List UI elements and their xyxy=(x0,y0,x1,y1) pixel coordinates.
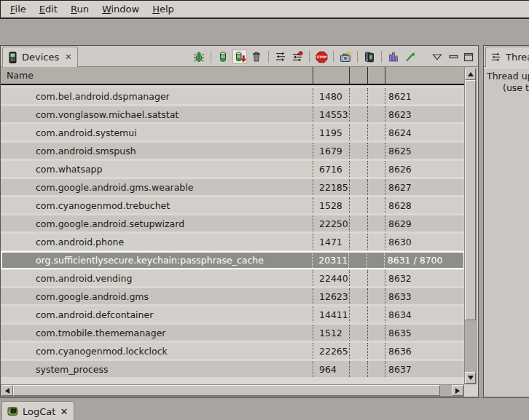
process-pid: 12623 xyxy=(313,288,349,304)
process-port: 8631 / 8700 xyxy=(384,253,463,268)
process-name: com.google.android.gms xyxy=(1,288,313,304)
maximize-icon[interactable] xyxy=(462,50,475,63)
column-header-pid[interactable] xyxy=(313,67,349,84)
process-pid: 22265 xyxy=(313,343,349,359)
table-row[interactable]: com.vonglasow.michael.satstat 14553 8623 xyxy=(1,106,465,122)
menu-run[interactable]: Run xyxy=(64,1,95,17)
logcat-view-strip: LogCat ✕ xyxy=(0,397,529,420)
cause-gc-trash-icon[interactable] xyxy=(249,49,264,64)
process-cell4 xyxy=(367,143,385,159)
table-row[interactable]: com.google.android.setupwizard 22250 862… xyxy=(1,215,465,231)
process-name: com.google.android.setupwizard xyxy=(1,215,313,231)
table-row[interactable]: com.whatsapp 6716 8626 xyxy=(1,161,465,177)
threads-view: Threads Thread updates not enabled for s… xyxy=(483,45,529,397)
scroll-up-button[interactable] xyxy=(465,68,476,80)
tab-threads[interactable]: Threads xyxy=(485,47,529,67)
process-cell4 xyxy=(367,88,385,104)
devices-view: Devices ✕ xyxy=(0,45,479,397)
process-pid: 22440 xyxy=(313,270,349,286)
column-header-4[interactable] xyxy=(367,67,385,84)
process-port: 8626 xyxy=(385,161,465,177)
tab-logcat-close-icon[interactable]: ✕ xyxy=(60,406,68,417)
process-port: 8623 xyxy=(385,106,465,122)
process-pid: 6716 xyxy=(313,161,349,177)
multi-device-icon[interactable] xyxy=(362,49,377,64)
table-row[interactable]: com.android.defcontainer 14411 8634 xyxy=(1,306,465,322)
menu-help[interactable]: Help xyxy=(146,1,181,17)
process-pid: 22250 xyxy=(313,215,349,231)
process-port: 8624 xyxy=(385,124,465,140)
table-row[interactable]: org.sufficientlysecure.keychain:passphra… xyxy=(1,251,465,269)
process-cell3 xyxy=(349,179,367,195)
process-cell3 xyxy=(349,361,367,377)
tab-logcat[interactable]: LogCat ✕ xyxy=(1,401,74,420)
process-cell3 xyxy=(349,88,367,104)
menu-file[interactable]: File xyxy=(4,1,33,17)
tab-logcat-label: LogCat xyxy=(23,406,55,417)
process-name: com.android.systemui xyxy=(1,124,313,140)
process-cell4 xyxy=(367,270,385,286)
process-port: 8635 xyxy=(385,325,465,341)
view-bars-icon[interactable] xyxy=(386,49,401,64)
tab-devices[interactable]: Devices ✕ xyxy=(2,47,78,67)
menu-bar: File Edit Run Window Help xyxy=(0,0,529,19)
table-row[interactable]: com.android.vending 22440 8632 xyxy=(1,270,465,286)
table-row[interactable]: com.cyanogenmod.lockclock 22265 8636 xyxy=(1,343,465,359)
vertical-scrollbar-thumb[interactable] xyxy=(465,80,476,320)
column-header-port[interactable] xyxy=(385,67,465,84)
systrace-icon[interactable] xyxy=(403,49,418,64)
screen-capture-icon[interactable] xyxy=(338,49,353,64)
process-name: com.bel.android.dspmanager xyxy=(1,88,313,104)
column-header-3[interactable] xyxy=(349,67,367,84)
update-threads-icon[interactable] xyxy=(273,49,288,64)
table-row[interactable]: com.android.smspush 1679 8625 xyxy=(1,143,465,159)
svg-text:STOP: STOP xyxy=(316,55,326,59)
table-row[interactable]: com.google.android.gms.wearable 22185 86… xyxy=(1,179,465,195)
process-name: com.android.smspush xyxy=(1,143,313,159)
scroll-left-button[interactable] xyxy=(1,385,13,396)
scroll-right-button[interactable] xyxy=(452,385,463,396)
menu-edit[interactable]: Edit xyxy=(33,1,64,17)
vertical-scrollbar[interactable] xyxy=(464,68,477,384)
process-cell4 xyxy=(367,197,385,213)
table-row[interactable]: com.android.systemui 1195 8624 xyxy=(1,124,465,140)
table-row[interactable]: system_process 964 8637 xyxy=(1,361,465,377)
method-profiling-icon[interactable] xyxy=(290,49,305,64)
process-name: com.cyanogenmod.trebuchet xyxy=(1,197,313,213)
dump-hprof-icon[interactable] xyxy=(232,49,247,64)
menu-window[interactable]: Window xyxy=(95,1,146,17)
horizontal-scrollbar[interactable] xyxy=(1,384,464,397)
table-header: Name xyxy=(1,67,465,85)
scroll-down-button[interactable] xyxy=(465,372,476,384)
process-cell4 xyxy=(367,306,385,322)
table-row[interactable]: com.cyanogenmod.trebuchet 1528 8628 xyxy=(1,197,465,213)
process-port: 8632 xyxy=(385,270,465,286)
process-port: 8625 xyxy=(385,143,465,159)
table-row[interactable]: com.tmobile.thememanager 1512 8635 xyxy=(1,325,465,341)
tab-devices-close-icon[interactable]: ✕ xyxy=(63,52,71,62)
process-cell3 xyxy=(349,325,367,341)
update-heap-icon[interactable] xyxy=(216,49,230,64)
stop-process-icon[interactable]: STOP xyxy=(314,49,329,64)
table-row[interactable]: com.bel.android.dspmanager 1480 8621 xyxy=(1,88,465,104)
device-process-table-body: com.bel.android.dspmanager 1480 8621 com… xyxy=(1,88,465,379)
horizontal-scrollbar-thumb[interactable] xyxy=(13,385,440,396)
table-row[interactable]: com.google.android.gms 12623 8633 xyxy=(1,288,465,304)
debug-icon[interactable] xyxy=(192,49,206,64)
process-cell4 xyxy=(367,343,385,359)
process-cell4 xyxy=(367,234,385,250)
table-row[interactable]: com.android.phone 1471 8630 xyxy=(1,234,465,250)
view-menu-icon[interactable] xyxy=(430,49,444,64)
process-cell3 xyxy=(349,343,367,359)
column-header-name[interactable]: Name xyxy=(1,67,313,84)
process-name: com.android.phone xyxy=(1,234,313,250)
minimize-icon[interactable] xyxy=(447,50,460,63)
device-process-table: com.bel.android.dspmanager 1480 8621 com… xyxy=(1,87,465,384)
process-cell4 xyxy=(367,325,385,341)
process-cell4 xyxy=(367,253,384,268)
process-pid: 964 xyxy=(313,361,349,377)
process-name: org.sufficientlysecure.keychain:passphra… xyxy=(2,253,312,268)
process-cell4 xyxy=(367,106,385,122)
process-name: com.vonglasow.michael.satstat xyxy=(1,106,313,122)
process-pid: 20311 xyxy=(312,253,348,268)
